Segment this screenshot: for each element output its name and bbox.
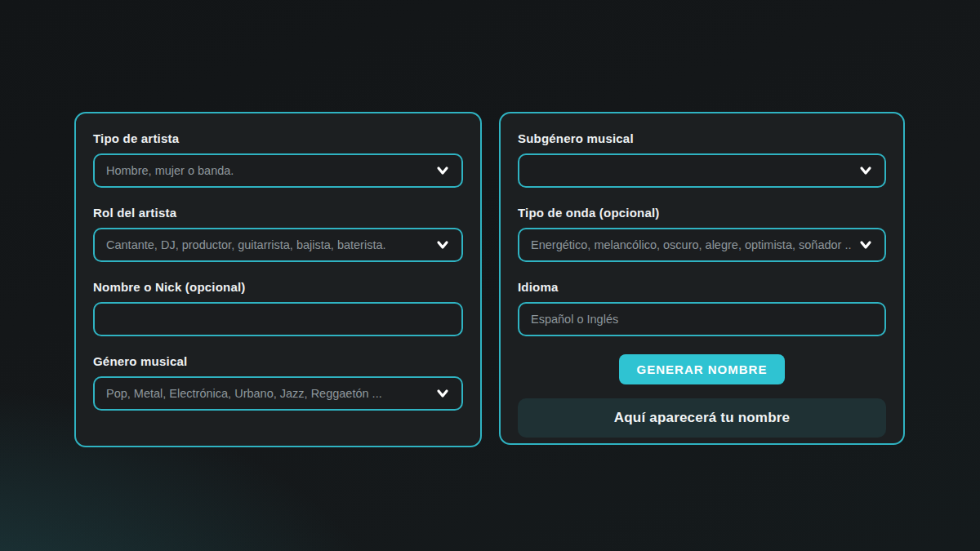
tipo-de-artista-label: Tipo de artista bbox=[93, 131, 463, 145]
rol-del-artista-label: Rol del artista bbox=[93, 206, 463, 220]
idioma-input[interactable] bbox=[518, 302, 886, 336]
chevron-down-icon bbox=[435, 387, 450, 400]
generator-panel: Subgénero musical Tipo de onda (opcional… bbox=[499, 112, 905, 445]
tipo-de-onda-label: Tipo de onda (opcional) bbox=[518, 206, 886, 220]
chevron-down-icon bbox=[858, 164, 873, 177]
tipo-de-artista-placeholder: Hombre, mujer o banda. bbox=[106, 164, 429, 177]
tipo-de-onda-placeholder: Energético, melancólico, oscuro, alegre,… bbox=[531, 238, 852, 251]
idioma-label: Idioma bbox=[518, 280, 886, 294]
artist-form-panel: Tipo de artista Hombre, mujer o banda. R… bbox=[74, 112, 482, 447]
chevron-down-icon bbox=[435, 164, 450, 177]
rol-del-artista-placeholder: Cantante, DJ, productor, guitarrista, ba… bbox=[106, 238, 429, 251]
field-nombre-o-nick: Nombre o Nick (opcional) bbox=[93, 280, 463, 336]
field-tipo-de-onda: Tipo de onda (opcional) Energético, mela… bbox=[518, 206, 886, 262]
generate-name-button[interactable]: GENERAR NOMBRE bbox=[619, 354, 786, 384]
field-subgenero-musical: Subgénero musical bbox=[518, 131, 886, 188]
chevron-down-icon bbox=[435, 238, 450, 251]
subgenero-musical-select[interactable] bbox=[518, 153, 886, 188]
nombre-o-nick-input[interactable] bbox=[93, 302, 463, 336]
genero-musical-placeholder: Pop, Metal, Electrónica, Urbano, Jazz, R… bbox=[106, 387, 429, 400]
field-genero-musical: Género musical Pop, Metal, Electrónica, … bbox=[93, 354, 463, 411]
result-display: Aquí aparecerá tu nombre bbox=[518, 398, 886, 438]
chevron-down-icon bbox=[858, 238, 873, 251]
field-rol-del-artista: Rol del artista Cantante, DJ, productor,… bbox=[93, 206, 463, 262]
genero-musical-label: Género musical bbox=[93, 354, 463, 368]
genero-musical-select[interactable]: Pop, Metal, Electrónica, Urbano, Jazz, R… bbox=[93, 376, 463, 411]
tipo-de-artista-select[interactable]: Hombre, mujer o banda. bbox=[93, 153, 463, 188]
subgenero-musical-label: Subgénero musical bbox=[518, 131, 886, 145]
rol-del-artista-select[interactable]: Cantante, DJ, productor, guitarrista, ba… bbox=[93, 228, 463, 262]
generate-row: GENERAR NOMBRE bbox=[518, 354, 886, 384]
nombre-o-nick-label: Nombre o Nick (opcional) bbox=[93, 280, 463, 294]
field-tipo-de-artista: Tipo de artista Hombre, mujer o banda. bbox=[93, 131, 463, 188]
field-idioma: Idioma bbox=[518, 280, 886, 336]
tipo-de-onda-select[interactable]: Energético, melancólico, oscuro, alegre,… bbox=[518, 228, 886, 262]
